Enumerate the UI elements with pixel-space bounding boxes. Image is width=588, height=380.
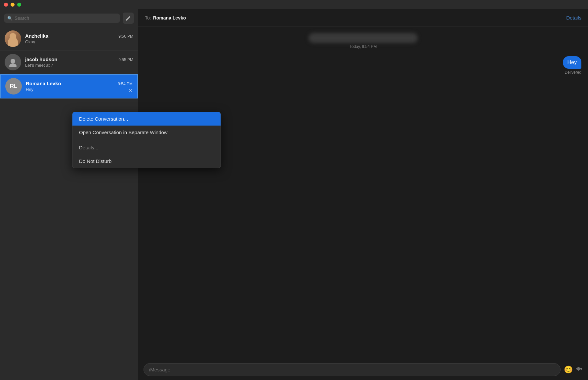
chat-area: To: Romana Levko Details Today, 9:54 PM … <box>138 9 588 380</box>
compose-button[interactable] <box>123 13 134 24</box>
search-icon: 🔍 <box>7 16 13 21</box>
conv-info-romana: Romana Levko 9:54 PM Hey <box>26 81 133 92</box>
chat-input-area: 😊 <box>138 359 588 380</box>
app-container: 🔍 Anzhelika 9:56 PM Okay <box>0 9 588 380</box>
svg-rect-2 <box>576 368 577 369</box>
conv-info-jacob: jacob hudson 9:55 PM Let's meet at 7 <box>25 57 133 68</box>
close-button[interactable] <box>4 3 8 7</box>
avatar-romana: RL <box>5 78 22 95</box>
audio-button[interactable] <box>576 365 583 374</box>
svg-rect-7 <box>581 368 582 370</box>
conv-name-romana: Romana Levko <box>26 81 61 86</box>
delivered-status: Delivered <box>565 70 581 75</box>
conversation-item-jacob[interactable]: jacob hudson 9:55 PM Let's meet at 7 <box>0 51 138 74</box>
svg-point-0 <box>11 59 15 63</box>
search-input[interactable] <box>15 16 117 21</box>
message-date: Today, 9:54 PM <box>145 44 581 49</box>
minimize-button[interactable] <box>11 3 15 7</box>
context-menu: Delete Conversation... Open Conversation… <box>72 112 221 168</box>
avatar-initials-romana: RL <box>10 83 18 90</box>
search-bar: 🔍 <box>0 9 138 27</box>
conv-name-anzhelika: Anzhelika <box>25 33 48 39</box>
chat-contact-name: Romana Levko <box>153 15 186 20</box>
conv-preview-romana: Hey <box>26 87 133 92</box>
svg-point-1 <box>9 63 17 67</box>
svg-rect-4 <box>578 367 579 371</box>
sidebar: 🔍 Anzhelika 9:56 PM Okay <box>0 9 138 380</box>
details-button[interactable]: Details <box>566 15 581 20</box>
conv-time-anzhelika: 9:56 PM <box>118 34 133 39</box>
maximize-button[interactable] <box>17 3 21 7</box>
avatar-anzhelika <box>5 30 21 47</box>
conv-info-anzhelika: Anzhelika 9:56 PM Okay <box>25 33 133 44</box>
conversation-close-button[interactable]: ✕ <box>129 88 133 93</box>
context-menu-item-open-separate[interactable]: Open Conversation in Separate Window <box>72 126 221 139</box>
conversation-item-anzhelika[interactable]: Anzhelika 9:56 PM Okay <box>0 27 138 51</box>
context-menu-item-dnd[interactable]: Do Not Disturb <box>72 154 221 168</box>
chat-to-label: To: <box>145 15 151 20</box>
conv-preview-anzhelika: Okay <box>25 39 133 44</box>
conv-name-jacob: jacob hudson <box>25 57 58 62</box>
svg-rect-5 <box>579 367 580 370</box>
conv-time-jacob: 9:55 PM <box>118 57 133 62</box>
conversation-item-romana[interactable]: RL Romana Levko 9:54 PM Hey ✕ <box>0 74 138 98</box>
conv-time-romana: 9:54 PM <box>118 82 133 86</box>
chat-messages: Today, 9:54 PM Hey Delivered <box>138 26 588 359</box>
search-input-wrapper: 🔍 <box>4 14 120 23</box>
svg-rect-6 <box>580 368 581 369</box>
conversation-list: Anzhelika 9:56 PM Okay jacob hudson <box>0 27 138 380</box>
chat-header: To: Romana Levko Details <box>138 9 588 26</box>
audio-wave-icon <box>576 365 583 372</box>
conv-preview-jacob: Let's meet at 7 <box>25 63 133 68</box>
message-bubble-hey: Hey <box>563 56 581 69</box>
imessage-input[interactable] <box>144 363 561 376</box>
title-bar <box>0 0 588 9</box>
compose-icon <box>126 16 131 21</box>
context-menu-item-delete[interactable]: Delete Conversation... <box>72 112 221 126</box>
emoji-button[interactable]: 😊 <box>564 365 573 374</box>
context-menu-divider <box>72 140 221 140</box>
context-menu-item-details[interactable]: Details... <box>72 141 221 154</box>
blurred-message <box>309 33 418 43</box>
message-bubble-wrapper-hey: Hey Delivered <box>145 56 581 75</box>
svg-rect-3 <box>577 367 578 370</box>
avatar-jacob <box>5 54 21 70</box>
